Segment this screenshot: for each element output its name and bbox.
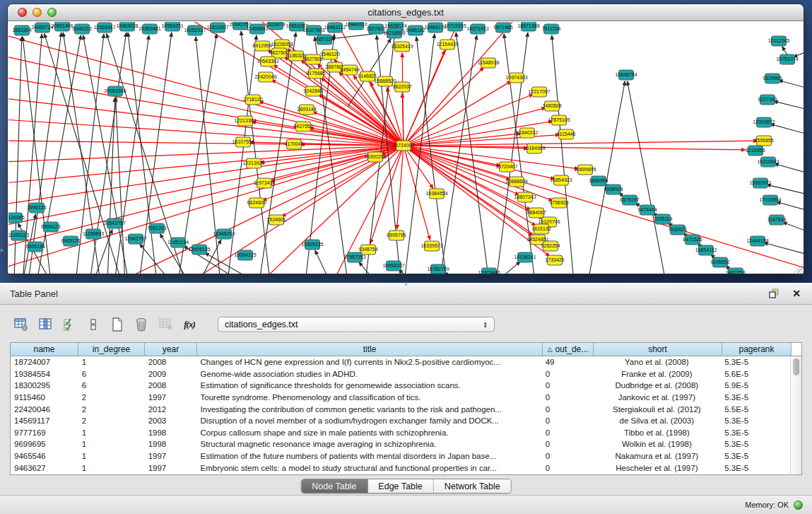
graph-node[interactable]: 16648784 xyxy=(615,70,637,80)
graph-node[interactable]: 7632621 xyxy=(668,225,687,235)
graph-node[interactable]: 12093872 xyxy=(753,117,775,127)
graph-node[interactable]: 12365417 xyxy=(93,23,115,33)
table-row[interactable]: 1872400712008Changes of HCN gene express… xyxy=(11,356,790,368)
graph-node-selected[interactable]: 9115446 xyxy=(557,129,576,139)
graph-node-selected[interactable]: 9252254 xyxy=(541,241,560,251)
graph-node[interactable]: 1640954 xyxy=(589,176,608,186)
splitter-handle-icon[interactable]: ▾ xyxy=(404,281,407,288)
graph-node[interactable]: 20053346 xyxy=(104,86,126,96)
table-row[interactable]: 946362711997Embryonic stem cells: a mode… xyxy=(11,462,790,474)
graph-node-selected[interactable]: 1615132 xyxy=(531,224,551,234)
graph-node[interactable]: 2935114 xyxy=(654,214,673,224)
graph-node[interactable]: 8313074 xyxy=(266,22,285,30)
graph-node[interactable]: 11156893 xyxy=(83,229,104,239)
graph-node-selected[interactable]: 2718120 xyxy=(243,95,262,105)
panel-collapse-arrow-icon[interactable]: ▸ xyxy=(1,247,4,253)
table-row[interactable]: 911546021997Tourette syndrome. Phenomeno… xyxy=(11,392,790,404)
tab-network-table[interactable]: Network Table xyxy=(434,479,511,493)
graph-node-selected[interactable]: 10974303 xyxy=(505,73,527,83)
graph-node[interactable]: 8904123 xyxy=(41,222,60,232)
table-row[interactable]: 2242004622012Investigating the contribut… xyxy=(11,403,790,415)
graph-node-selected[interactable]: 9756928 xyxy=(549,198,568,208)
graph-node-selected[interactable]: 10688609 xyxy=(505,177,527,187)
column-header-out_degree[interactable]: △out_de... xyxy=(543,343,594,356)
graph-node[interactable]: 8215955 xyxy=(746,146,765,156)
graph-node-selected[interactable]: 4170041 xyxy=(284,139,303,149)
graph-node-selected[interactable]: 11548038 xyxy=(478,58,500,68)
graph-node-selected[interactable]: 18807243 xyxy=(514,192,536,202)
graph-node-selected[interactable]: 9624609 xyxy=(247,198,266,208)
graph-node[interactable]: 7651203 xyxy=(147,223,166,233)
column-header-year[interactable]: year xyxy=(145,343,197,356)
graph-node[interactable]: 16671388 xyxy=(517,22,539,31)
tab-node-table[interactable]: Node Table xyxy=(301,479,367,493)
delete-table-icon[interactable] xyxy=(155,315,175,334)
table-scrollbar-thumb[interactable] xyxy=(793,358,799,375)
create-column-icon[interactable] xyxy=(107,315,127,334)
graph-node-selected[interactable]: 12213363 xyxy=(234,116,256,126)
graph-node[interactable]: 18463112 xyxy=(324,23,346,33)
table-row[interactable]: 969969511998Structural magnetic resonanc… xyxy=(11,438,790,450)
select-columns-icon[interactable] xyxy=(35,315,55,334)
table-row[interactable]: 946554611997Estimation of the future num… xyxy=(11,450,790,462)
graph-node[interactable]: 12923446 xyxy=(478,268,500,274)
graph-node-selected[interactable]: 9884067 xyxy=(526,208,546,218)
graph-node-selected[interactable]: 1733426 xyxy=(545,255,564,265)
graph-node[interactable]: 16946910 xyxy=(345,22,367,30)
graph-node-selected[interactable]: 2803144 xyxy=(297,105,316,115)
row-height-icon[interactable] xyxy=(83,315,103,334)
graph-node[interactable]: 7511234 xyxy=(542,24,561,34)
graph-node[interactable]: 10554201 xyxy=(161,22,183,31)
graph-node[interactable]: 15305135 xyxy=(301,240,323,250)
graph-node-selected[interactable]: 9242848 xyxy=(303,86,322,96)
graph-node[interactable]: 9466162 xyxy=(406,25,425,35)
table-selector-dropdown[interactable]: citations_edges.txt ▲▼ xyxy=(218,317,495,332)
column-header-pagerank[interactable]: pagerank xyxy=(722,343,792,356)
graph-node[interactable]: 10654112 xyxy=(695,245,717,255)
graph-node[interactable]: 16782759 xyxy=(427,264,449,274)
show-columns-checklist-icon[interactable] xyxy=(59,315,79,334)
graph-node[interactable]: 9474444 xyxy=(637,205,657,215)
graph-node-selected[interactable]: 9822037 xyxy=(392,82,411,92)
graph-node[interactable]: 9227343 xyxy=(758,95,777,105)
graph-node[interactable]: 9046223 xyxy=(72,24,91,34)
column-header-title[interactable]: title xyxy=(197,343,543,356)
graph-node-selected[interactable]: 11640212 xyxy=(517,128,539,138)
graph-node[interactable]: 11030113 xyxy=(8,230,29,240)
table-mode-icon[interactable] xyxy=(11,315,31,334)
float-panel-icon[interactable] xyxy=(768,288,779,299)
graph-node[interactable]: 14136141 xyxy=(514,252,536,262)
graph-node[interactable]: 16946210 xyxy=(213,229,235,239)
graph-node[interactable]: 1863304 xyxy=(12,25,31,35)
graph-node-selected[interactable]: 7524601 xyxy=(266,215,286,225)
graph-node[interactable]: 9245652 xyxy=(710,257,729,267)
graph-node-selected[interactable]: 8912954 xyxy=(252,41,271,51)
graph-node-selected[interactable]: 16164969 xyxy=(523,144,545,153)
delete-columns-icon[interactable] xyxy=(131,315,151,334)
graph-node[interactable]: 11451194 xyxy=(167,238,189,247)
graph-node-selected[interactable]: 10699695 xyxy=(574,165,596,175)
column-header-short[interactable]: short xyxy=(594,343,722,356)
graph-node[interactable]: 1995126 xyxy=(27,203,46,213)
graph-node-selected[interactable]: 8995796 xyxy=(387,230,406,240)
graph-node[interactable]: 2126055 xyxy=(8,213,25,223)
tab-edge-table[interactable]: Edge Table xyxy=(367,479,433,493)
graph-node-selected[interactable]: 13325419 xyxy=(391,42,413,52)
graph-node-selected[interactable]: 9175685 xyxy=(306,69,325,78)
graph-node[interactable]: 1167534 xyxy=(767,215,787,225)
graph-node-selected[interactable]: 12154439 xyxy=(436,40,458,49)
graph-node-selected[interactable]: 18107554 xyxy=(232,137,254,147)
graph-node[interactable]: 17016504 xyxy=(759,195,781,205)
column-header-name[interactable]: name xyxy=(11,343,78,356)
graph-node[interactable]: 9671985 xyxy=(493,23,512,33)
graph-node[interactable]: 15027603 xyxy=(302,25,324,35)
network-canvas[interactable]: 1872400789129541822605898275098186328982… xyxy=(8,22,803,273)
close-panel-icon[interactable]: ✕ xyxy=(791,288,802,299)
graph-node-selected[interactable]: 1595855 xyxy=(754,136,773,146)
graph-node[interactable]: 13505135 xyxy=(188,245,210,255)
graph-node[interactable]: 18463028 xyxy=(116,22,138,31)
graph-node[interactable]: 10094125 xyxy=(234,250,256,260)
column-header-in_degree[interactable]: in_degree xyxy=(78,343,145,356)
graph-node[interactable]: 10112345 xyxy=(768,36,790,46)
graph-node-selected[interactable]: 8454749 xyxy=(340,65,359,75)
